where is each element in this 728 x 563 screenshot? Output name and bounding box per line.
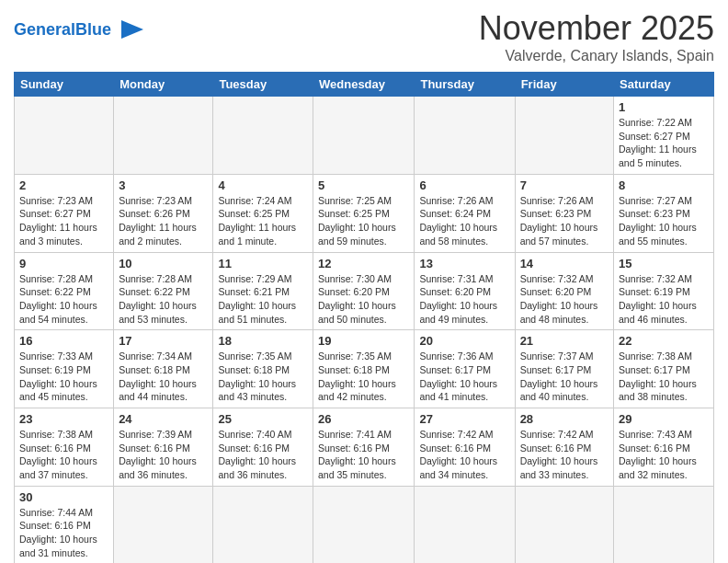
day-info: Sunrise: 7:22 AM Sunset: 6:27 PM Dayligh…	[619, 116, 709, 170]
day-number: 28	[520, 412, 609, 426]
day-info: Sunrise: 7:31 AM Sunset: 6:20 PM Dayligh…	[419, 272, 509, 327]
day-cell: 12Sunrise: 7:30 AM Sunset: 6:20 PM Dayli…	[313, 252, 415, 330]
day-cell: 28Sunrise: 7:42 AM Sunset: 6:16 PM Dayli…	[515, 408, 613, 487]
weekday-header-monday: Monday	[114, 73, 213, 97]
day-cell: 2Sunrise: 7:23 AM Sunset: 6:27 PM Daylig…	[15, 174, 114, 252]
day-number: 4	[218, 178, 308, 192]
logo: GeneralBlue	[14, 9, 147, 42]
day-number: 7	[520, 178, 609, 192]
day-cell: 10Sunrise: 7:28 AM Sunset: 6:22 PM Dayli…	[114, 252, 213, 330]
day-cell: 13Sunrise: 7:31 AM Sunset: 6:20 PM Dayli…	[415, 252, 515, 330]
day-cell: 17Sunrise: 7:34 AM Sunset: 6:18 PM Dayli…	[114, 330, 213, 408]
day-number: 5	[318, 178, 409, 192]
day-info: Sunrise: 7:27 AM Sunset: 6:23 PM Dayligh…	[619, 194, 709, 248]
day-info: Sunrise: 7:24 AM Sunset: 6:25 PM Dayligh…	[218, 194, 308, 248]
day-number: 1	[619, 100, 709, 114]
day-cell: 9Sunrise: 7:28 AM Sunset: 6:22 PM Daylig…	[15, 252, 114, 330]
day-info: Sunrise: 7:35 AM Sunset: 6:18 PM Dayligh…	[318, 350, 409, 404]
day-number: 29	[619, 412, 709, 426]
day-cell: 18Sunrise: 7:35 AM Sunset: 6:18 PM Dayli…	[213, 330, 313, 408]
week-row-3: 16Sunrise: 7:33 AM Sunset: 6:19 PM Dayli…	[15, 330, 714, 408]
day-cell: 16Sunrise: 7:33 AM Sunset: 6:19 PM Dayli…	[15, 330, 114, 408]
day-info: Sunrise: 7:32 AM Sunset: 6:20 PM Dayligh…	[520, 272, 609, 327]
day-cell: 25Sunrise: 7:40 AM Sunset: 6:16 PM Dayli…	[213, 408, 313, 487]
day-cell: 8Sunrise: 7:27 AM Sunset: 6:23 PM Daylig…	[614, 174, 714, 252]
day-cell	[213, 97, 313, 175]
day-cell	[15, 97, 114, 175]
week-row-4: 23Sunrise: 7:38 AM Sunset: 6:16 PM Dayli…	[15, 408, 714, 487]
day-info: Sunrise: 7:44 AM Sunset: 6:16 PM Dayligh…	[19, 506, 108, 560]
day-number: 2	[19, 178, 108, 192]
title-block: November 2025 Valverde, Canary Islands, …	[479, 9, 714, 64]
week-row-2: 9Sunrise: 7:28 AM Sunset: 6:22 PM Daylig…	[15, 252, 714, 330]
day-number: 19	[318, 334, 409, 348]
day-info: Sunrise: 7:23 AM Sunset: 6:27 PM Dayligh…	[19, 194, 108, 248]
day-number: 17	[119, 334, 208, 348]
day-number: 30	[19, 490, 108, 504]
day-number: 20	[419, 334, 509, 348]
day-number: 23	[19, 412, 108, 426]
day-cell	[415, 97, 515, 175]
day-number: 12	[318, 257, 409, 270]
day-cell: 27Sunrise: 7:42 AM Sunset: 6:16 PM Dayli…	[415, 408, 515, 487]
week-row-0: 1Sunrise: 7:22 AM Sunset: 6:27 PM Daylig…	[15, 97, 714, 175]
day-info: Sunrise: 7:38 AM Sunset: 6:17 PM Dayligh…	[619, 350, 709, 404]
page: GeneralBlue November 2025 Valverde, Cana…	[0, 0, 728, 563]
day-number: 21	[520, 334, 609, 348]
day-cell: 24Sunrise: 7:39 AM Sunset: 6:16 PM Dayli…	[114, 408, 213, 487]
day-info: Sunrise: 7:26 AM Sunset: 6:24 PM Dayligh…	[419, 194, 509, 248]
weekday-header-row: SundayMondayTuesdayWednesdayThursdayFrid…	[15, 73, 714, 97]
day-info: Sunrise: 7:43 AM Sunset: 6:16 PM Dayligh…	[619, 428, 709, 482]
week-row-1: 2Sunrise: 7:23 AM Sunset: 6:27 PM Daylig…	[15, 174, 714, 252]
day-number: 16	[19, 334, 108, 348]
day-cell: 23Sunrise: 7:38 AM Sunset: 6:16 PM Dayli…	[15, 408, 114, 487]
day-info: Sunrise: 7:32 AM Sunset: 6:19 PM Dayligh…	[619, 272, 709, 327]
day-cell	[313, 486, 415, 563]
day-info: Sunrise: 7:35 AM Sunset: 6:18 PM Dayligh…	[218, 350, 308, 404]
calendar-table: SundayMondayTuesdayWednesdayThursdayFrid…	[14, 72, 714, 563]
day-info: Sunrise: 7:37 AM Sunset: 6:17 PM Dayligh…	[520, 350, 609, 404]
day-cell: 29Sunrise: 7:43 AM Sunset: 6:16 PM Dayli…	[614, 408, 714, 487]
day-info: Sunrise: 7:33 AM Sunset: 6:19 PM Dayligh…	[19, 350, 108, 404]
day-info: Sunrise: 7:23 AM Sunset: 6:26 PM Dayligh…	[119, 194, 208, 248]
day-info: Sunrise: 7:28 AM Sunset: 6:22 PM Dayligh…	[119, 272, 208, 327]
day-cell: 30Sunrise: 7:44 AM Sunset: 6:16 PM Dayli…	[15, 486, 114, 563]
day-cell	[515, 486, 613, 563]
day-info: Sunrise: 7:28 AM Sunset: 6:22 PM Dayligh…	[19, 272, 108, 327]
calendar-title: November 2025	[479, 9, 714, 48]
day-cell	[114, 486, 213, 563]
day-cell	[213, 486, 313, 563]
day-cell: 26Sunrise: 7:41 AM Sunset: 6:16 PM Dayli…	[313, 408, 415, 487]
day-cell: 15Sunrise: 7:32 AM Sunset: 6:19 PM Dayli…	[614, 252, 714, 330]
weekday-header-thursday: Thursday	[415, 73, 515, 97]
day-cell: 6Sunrise: 7:26 AM Sunset: 6:24 PM Daylig…	[415, 174, 515, 252]
weekday-header-sunday: Sunday	[15, 73, 114, 97]
day-number: 8	[619, 178, 709, 192]
day-cell: 14Sunrise: 7:32 AM Sunset: 6:20 PM Dayli…	[515, 252, 613, 330]
day-info: Sunrise: 7:42 AM Sunset: 6:16 PM Dayligh…	[419, 428, 509, 482]
day-number: 25	[218, 412, 308, 426]
day-cell: 3Sunrise: 7:23 AM Sunset: 6:26 PM Daylig…	[114, 174, 213, 252]
day-info: Sunrise: 7:29 AM Sunset: 6:21 PM Dayligh…	[218, 272, 308, 327]
day-info: Sunrise: 7:42 AM Sunset: 6:16 PM Dayligh…	[520, 428, 609, 482]
day-cell	[313, 97, 415, 175]
day-number: 18	[218, 334, 308, 348]
day-number: 22	[619, 334, 709, 348]
calendar-subtitle: Valverde, Canary Islands, Spain	[479, 48, 714, 64]
day-number: 14	[520, 257, 609, 270]
logo-icon	[114, 17, 147, 42]
day-cell: 1Sunrise: 7:22 AM Sunset: 6:27 PM Daylig…	[614, 97, 714, 175]
svg-marker-0	[121, 20, 143, 39]
day-cell: 19Sunrise: 7:35 AM Sunset: 6:18 PM Dayli…	[313, 330, 415, 408]
day-cell	[114, 97, 213, 175]
day-number: 15	[619, 257, 709, 270]
day-cell: 20Sunrise: 7:36 AM Sunset: 6:17 PM Dayli…	[415, 330, 515, 408]
day-number: 10	[119, 257, 208, 270]
day-number: 24	[119, 412, 208, 426]
day-cell	[515, 97, 613, 175]
day-info: Sunrise: 7:34 AM Sunset: 6:18 PM Dayligh…	[119, 350, 208, 404]
day-cell: 4Sunrise: 7:24 AM Sunset: 6:25 PM Daylig…	[213, 174, 313, 252]
day-info: Sunrise: 7:36 AM Sunset: 6:17 PM Dayligh…	[419, 350, 509, 404]
day-number: 9	[19, 257, 108, 270]
logo-blue: Blue	[75, 20, 111, 39]
